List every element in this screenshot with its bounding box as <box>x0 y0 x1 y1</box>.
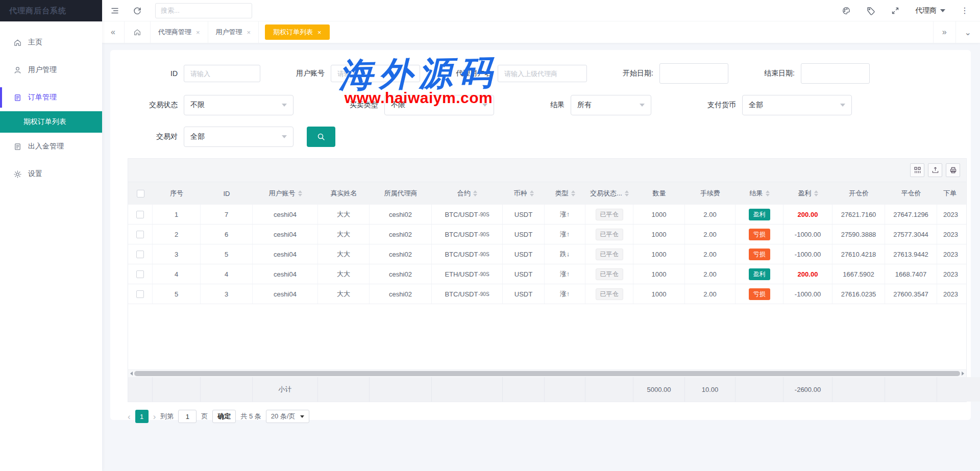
chevron-down-icon <box>282 104 287 107</box>
order-type-select[interactable]: 不限 <box>384 95 494 115</box>
user-menu[interactable]: 代理商 <box>915 6 945 15</box>
summary-cell-account: 小计 <box>253 377 318 402</box>
global-search-input[interactable] <box>155 3 252 18</box>
horizontal-scrollbar[interactable] <box>128 369 966 377</box>
goto-page-input[interactable] <box>178 410 197 423</box>
export-icon[interactable] <box>928 163 942 177</box>
start-date-input[interactable] <box>659 63 728 84</box>
row-checkbox[interactable] <box>136 251 144 258</box>
close-icon[interactable]: × <box>317 29 322 36</box>
sidebar-item-home[interactable]: 主页 <box>0 29 102 56</box>
result-badge: 盈利 <box>749 268 770 280</box>
header-label: 币种 <box>514 189 527 198</box>
header-cell[interactable]: 结果 <box>736 182 783 205</box>
header-cell[interactable]: 用户账号 <box>253 182 318 205</box>
header-cell[interactable]: 合约 <box>432 182 503 205</box>
sort-icon[interactable] <box>530 190 534 196</box>
tabs-scroll-left-icon[interactable]: « <box>102 21 125 43</box>
contract-suffix: -90S <box>478 232 489 237</box>
tabs-scroll-right-icon[interactable]: » <box>933 21 955 43</box>
current-page-button[interactable]: 1 <box>135 410 149 423</box>
search-button[interactable] <box>307 127 335 147</box>
row-checkbox[interactable] <box>136 290 144 298</box>
tabs-dropdown-icon[interactable]: ⌄ <box>955 21 980 43</box>
agent-input[interactable] <box>498 65 587 82</box>
result-badge: 亏损 <box>749 229 770 240</box>
account-input[interactable] <box>331 65 420 82</box>
chevron-down-icon <box>282 135 287 138</box>
table-cell-checkbox <box>128 205 153 224</box>
home-tab-icon[interactable] <box>125 21 151 43</box>
header-label: 开仓价 <box>849 189 869 198</box>
fullscreen-icon[interactable] <box>891 6 900 15</box>
header-cell[interactable]: 交易状态... <box>585 182 633 205</box>
goto-label: 到第 <box>160 412 174 421</box>
pay-currency-select[interactable]: 全部 <box>742 95 852 115</box>
header-cell[interactable]: 类型 <box>545 182 585 205</box>
sidebar-item-user-management[interactable]: 用户管理 <box>0 56 102 84</box>
refresh-icon[interactable] <box>133 6 142 15</box>
print-icon[interactable] <box>946 163 960 177</box>
filter-trade-pair: 交易对 全部 <box>141 127 293 147</box>
sidebar-item-deposit-withdraw[interactable]: 出入金管理 <box>0 133 102 160</box>
menu-collapse-icon[interactable] <box>110 6 119 15</box>
trade-pair-select[interactable]: 全部 <box>184 127 293 147</box>
close-icon[interactable]: × <box>196 29 200 36</box>
confirm-page-button[interactable]: 确定 <box>212 410 236 423</box>
header-label: 数量 <box>653 189 666 198</box>
select-all-checkbox[interactable] <box>137 190 144 197</box>
gear-icon <box>13 170 22 179</box>
table-cell-fee: 2.00 <box>685 264 736 284</box>
table-cell-status: 已平仓 <box>585 244 633 264</box>
sidebar-item-order-management[interactable]: 订单管理 <box>0 84 102 111</box>
columns-icon[interactable] <box>910 163 924 177</box>
tab-user-management[interactable]: 用户管理 × <box>208 21 259 43</box>
next-page-icon[interactable]: › <box>153 412 156 421</box>
sidebar-item-settings[interactable]: 设置 <box>0 160 102 188</box>
table-cell-close_price: 27600.3547 <box>885 284 937 304</box>
result-select[interactable]: 所有 <box>571 95 651 115</box>
sort-icon[interactable] <box>625 190 629 196</box>
table-cell-profit: -1000.00 <box>783 284 832 304</box>
sort-icon[interactable] <box>814 190 818 196</box>
table-cell-order_time: 2023 <box>937 205 966 224</box>
table-cell-status: 已平仓 <box>585 205 633 224</box>
id-input[interactable] <box>184 65 260 82</box>
row-checkbox[interactable] <box>136 211 144 218</box>
sort-icon[interactable] <box>298 190 302 196</box>
tag-icon[interactable] <box>866 6 875 15</box>
trade-status-select[interactable]: 不限 <box>184 95 293 115</box>
sort-icon[interactable] <box>766 190 770 196</box>
sort-icon[interactable] <box>571 190 575 196</box>
row-checkbox[interactable] <box>136 231 144 238</box>
table-cell-currency: USDT <box>503 244 545 264</box>
header-cell: 所属代理商 <box>370 182 432 205</box>
sidebar-menu: 主页 用户管理 订单管理 期权订单列表 出入金管理 设置 <box>0 21 102 188</box>
kebab-menu-icon[interactable]: ⋮ <box>961 7 969 15</box>
tab-agent-management[interactable]: 代理商管理 × <box>151 21 208 43</box>
contract-suffix: -90S <box>478 212 489 217</box>
sidebar-subitem-option-order-list[interactable]: 期权订单列表 <box>0 111 102 133</box>
scroll-left-icon[interactable] <box>130 371 133 376</box>
scroll-right-icon[interactable] <box>962 371 964 376</box>
filter-form: ID 用户账号 代理用户名 开始日期: <box>110 50 971 147</box>
chevron-down-icon <box>640 104 645 107</box>
content-card: ID 用户账号 代理用户名 开始日期: <box>110 50 971 420</box>
summary-cell-quantity: 5000.00 <box>633 377 685 402</box>
profit-value: 200.00 <box>798 270 818 278</box>
row-checkbox[interactable] <box>136 270 144 278</box>
end-date-input[interactable] <box>801 63 870 84</box>
tab-option-order-list[interactable]: 期权订单列表 × <box>265 24 330 40</box>
palette-icon[interactable] <box>842 6 851 15</box>
app-window: 代理商后台系统 主页 用户管理 订单管理 期权订单列表 出入金管理 <box>0 0 980 471</box>
table-cell-currency: USDT <box>503 205 545 224</box>
header-cell[interactable]: 盈利 <box>783 182 832 205</box>
header-cell[interactable]: 币种 <box>503 182 545 205</box>
prev-page-icon[interactable]: ‹ <box>128 412 131 421</box>
scrollbar-thumb[interactable] <box>134 371 960 376</box>
status-badge: 已平仓 <box>596 249 623 260</box>
sort-icon[interactable] <box>473 190 477 196</box>
close-icon[interactable]: × <box>247 29 251 36</box>
header-select-all[interactable] <box>128 182 153 205</box>
page-size-select[interactable]: 20 条/页 <box>266 410 309 423</box>
